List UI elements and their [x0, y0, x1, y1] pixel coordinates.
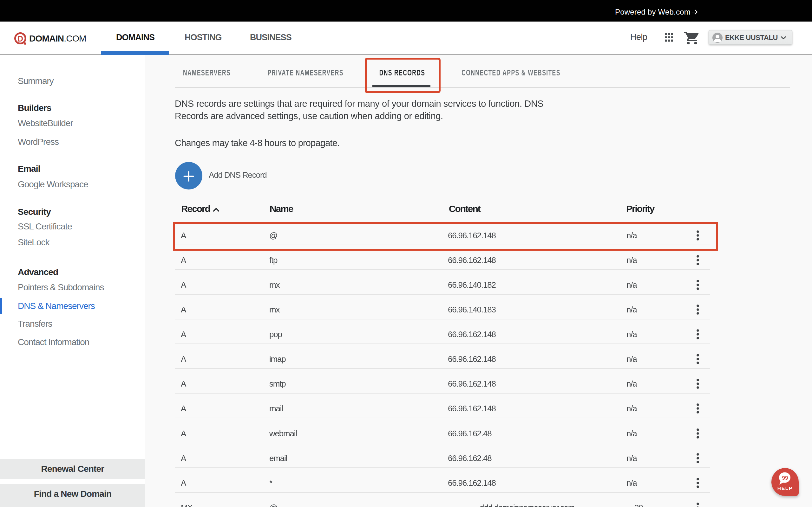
svg-text:D: D	[17, 34, 23, 43]
svg-text:99: 99	[782, 475, 788, 481]
